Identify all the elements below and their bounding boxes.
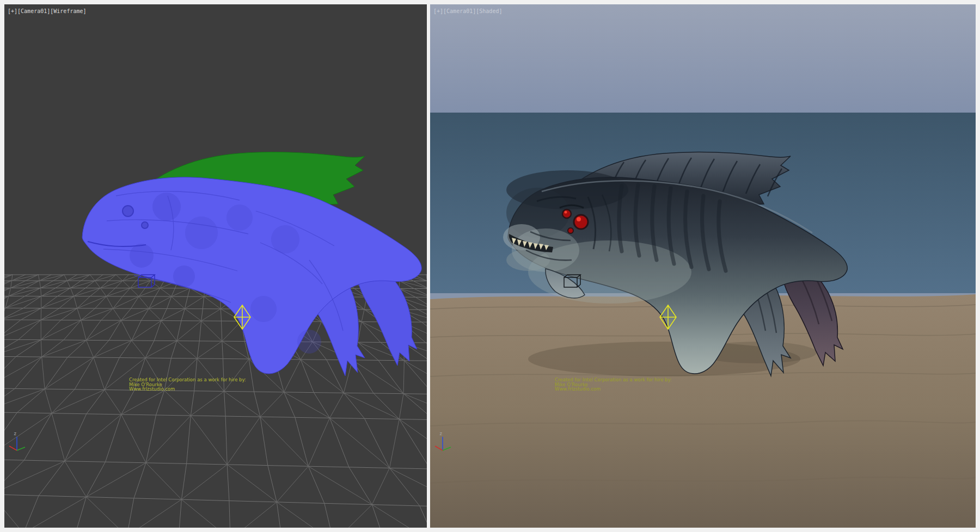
viewport-camera-button[interactable]: [Camera01] — [17, 8, 50, 14]
fish-eye-tiny — [568, 228, 573, 233]
axis-y-line — [17, 447, 25, 450]
sky — [430, 4, 976, 113]
viewport-shading-button[interactable]: [Wireframe] — [50, 8, 86, 14]
axis-z-label: z — [14, 431, 16, 436]
viewport-label: [+][Camera01][Shaded] — [433, 8, 502, 14]
viewport-shading-button[interactable]: [Shaded] — [476, 8, 502, 14]
credit-line-3: Www.frlzstudio.com — [129, 387, 246, 392]
wireframe-canvas[interactable] — [4, 4, 427, 528]
axis-x-line — [435, 446, 443, 450]
viewport-camera-button[interactable]: [Camera01] — [443, 8, 476, 14]
credit-line-3: Www.frlzstudio.com — [555, 387, 672, 392]
viewport-menu-button[interactable]: [+] — [8, 8, 17, 14]
world-axis-tripod: z — [432, 430, 456, 454]
fish-eye-small — [142, 222, 148, 228]
viewport-wireframe: [+][Camera01][Wireframe] Created for Int… — [4, 4, 427, 528]
eye-highlight-2 — [565, 211, 567, 214]
fish-eye-large — [574, 215, 588, 229]
axis-x-line — [9, 446, 17, 450]
fish-eye-small — [562, 209, 571, 218]
viewport-label: [+][Camera01][Wireframe] — [8, 8, 87, 14]
dual-viewport-window: [+][Camera01][Wireframe] Created for Int… — [0, 0, 980, 532]
fish-eye-large — [122, 206, 133, 216]
scene-credit-text: Created for Intel Corporation as a work … — [555, 378, 672, 392]
axis-z-label: z — [439, 431, 442, 436]
shaded-canvas[interactable] — [430, 4, 976, 528]
axis-y-line — [443, 447, 451, 450]
world-axis-tripod: z — [7, 430, 30, 454]
viewport-menu-button[interactable]: [+] — [433, 8, 443, 14]
scene-credit-text: Created for Intel Corporation as a work … — [129, 378, 246, 392]
viewport-shaded: [+][Camera01][Shaded] Created for Intel … — [430, 4, 976, 528]
eye-highlight — [577, 217, 581, 221]
